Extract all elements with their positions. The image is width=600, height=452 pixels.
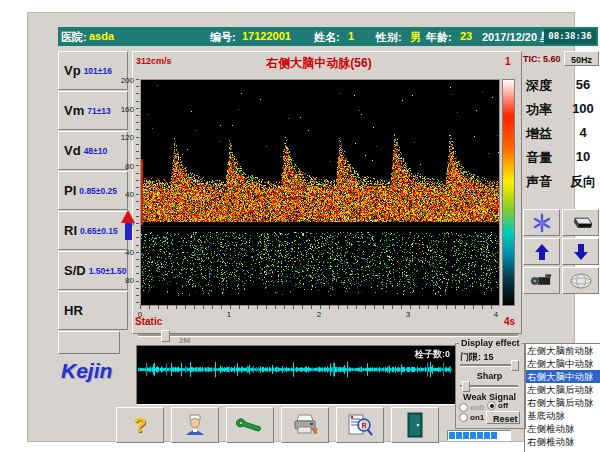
gender-value: 男: [410, 30, 421, 45]
patient-name-label: 姓名:: [314, 30, 340, 45]
param-label: Vd: [64, 143, 81, 158]
artery-item[interactable]: 右侧大脑中动脉: [525, 370, 600, 383]
y-tick: 200: [112, 76, 134, 85]
x-tick: 4: [490, 310, 502, 319]
param-label: PI: [64, 183, 76, 198]
sharp-slider-handle[interactable]: [462, 381, 470, 392]
settings-button[interactable]: [226, 407, 274, 443]
param-label: HR: [64, 303, 83, 318]
eraser-icon: [569, 215, 592, 231]
artery-item[interactable]: 基底动脉: [525, 409, 600, 422]
x-axis-ruler: [140, 305, 498, 309]
y-tick: 40: [112, 190, 134, 199]
artery-item[interactable]: 左侧大脑后动脉: [525, 383, 600, 396]
erase-button[interactable]: [562, 209, 599, 236]
artery-item[interactable]: 右侧大脑后动脉: [525, 396, 600, 409]
level-segment: [491, 432, 497, 439]
param-cell-hr: HR: [58, 291, 128, 330]
param-value: 71±13: [87, 106, 111, 116]
sharp-label: Sharp: [455, 371, 524, 381]
arrow-down-icon: [573, 243, 589, 261]
y-axis-ruler: [136, 79, 139, 304]
setting-value: 反向: [568, 173, 598, 191]
sweep-duration-label: 4s: [504, 316, 515, 327]
param-value: 48±10: [84, 146, 108, 156]
setting-power: 功率100: [524, 97, 600, 121]
x-tick: 2: [313, 310, 325, 319]
setting-depth: 深度56: [524, 73, 600, 97]
report-magnifier-icon: R: [347, 413, 373, 437]
audio-signal-trace: [138, 347, 452, 401]
param-cell-ri: RI0.65±0.15: [58, 211, 128, 250]
artery-item[interactable]: 右侧椎动脉: [525, 435, 600, 448]
patient-name-value: 1: [348, 30, 354, 42]
reset-button[interactable]: Reset: [486, 411, 520, 424]
threshold-slider-track[interactable]: [460, 364, 518, 367]
artery-item[interactable]: 左侧椎动脉: [525, 422, 600, 435]
param-label: Vm: [64, 103, 84, 118]
setting-label: 功率: [526, 101, 552, 119]
radio-off[interactable]: off: [487, 401, 508, 410]
artery-item[interactable]: 左侧大脑中动脉: [525, 357, 600, 370]
sweep-slider-track[interactable]: [138, 334, 518, 337]
exit-button[interactable]: [391, 407, 439, 443]
probe-frequency-label: 2M: [179, 336, 190, 345]
y-tick: 80: [112, 276, 134, 285]
camera-button[interactable]: [523, 267, 560, 294]
audio-signal-panel: 栓子数:0: [136, 345, 456, 405]
sweep-slider-handle[interactable]: [161, 330, 170, 342]
report-review-button[interactable]: R: [336, 407, 384, 443]
level-segment: [449, 432, 455, 439]
artery-item[interactable]: 左侧大脑前动脉: [525, 344, 600, 357]
blank-cell: [58, 331, 120, 354]
setting-label: 深度: [526, 77, 552, 95]
param-label: Vp: [64, 63, 81, 78]
display-effect-title: Display effect: [459, 338, 522, 348]
artery-listbox[interactable]: 左侧大脑前动脉左侧大脑中动脉右侧大脑中动脉左侧大脑后动脉右侧大脑后动脉基底动脉左…: [524, 343, 600, 452]
radio-circle: [459, 413, 468, 422]
param-value: 101±16: [84, 66, 112, 76]
freeze-button[interactable]: [523, 209, 560, 236]
patient-id-value: 17122001: [242, 30, 291, 42]
baseline-down-button[interactable]: [562, 238, 599, 265]
gender-label: 性别:: [376, 30, 402, 45]
hospital-label: 医院:: [61, 30, 87, 45]
param-label: S/D: [64, 263, 86, 278]
screen: 医院: asda 编号: 17122001 姓名: 1 性别: 男 年龄: 23…: [0, 0, 600, 452]
threshold-slider-handle[interactable]: [511, 360, 519, 371]
radio-circle-selected: [487, 401, 496, 410]
level-segment: [477, 432, 483, 439]
y-tick: 80: [112, 162, 134, 171]
emboli-count-label: 栓子数:0: [415, 348, 450, 361]
threshold-label: 门限: 15: [460, 351, 494, 364]
help-button[interactable]: ?: [116, 407, 164, 443]
printer-icon: [291, 413, 319, 437]
patient-id-label: 编号:: [210, 30, 236, 45]
radio-on0[interactable]: on0: [459, 403, 484, 412]
radio-on1[interactable]: on1: [459, 413, 484, 422]
baseline-up-button[interactable]: [523, 238, 560, 265]
param-value: 1.50±1.50: [89, 266, 127, 276]
radio-circle: [459, 403, 468, 412]
baseline-arrow-stem[interactable]: [125, 223, 132, 240]
clock: 08:38:36: [544, 29, 596, 44]
signal-level-bar: [447, 430, 511, 441]
setting-label: 增益: [526, 125, 552, 143]
tcd-app-window: 医院: asda 编号: 17122001 姓名: 1 性别: 男 年龄: 23…: [27, 12, 575, 442]
age-label: 年龄:: [426, 30, 452, 45]
baseline-arrow-icon[interactable]: [121, 210, 135, 223]
wall-filter-button[interactable]: 50Hz: [564, 51, 599, 66]
patient-icon: [183, 413, 207, 437]
param-label: RI: [64, 223, 77, 238]
y-tick: 160: [112, 105, 134, 114]
radio-on0-label: on0: [470, 403, 484, 412]
setting-gain: 增益4: [524, 121, 600, 145]
setting-value: 4: [568, 125, 598, 140]
level-segment: [463, 432, 469, 439]
level-segment: [456, 432, 462, 439]
print-button[interactable]: [281, 407, 329, 443]
snowflake-icon: [532, 213, 552, 233]
patient-info-button[interactable]: [171, 407, 219, 443]
radio-on1-label: on1: [470, 413, 484, 422]
globe-button[interactable]: [562, 267, 599, 294]
